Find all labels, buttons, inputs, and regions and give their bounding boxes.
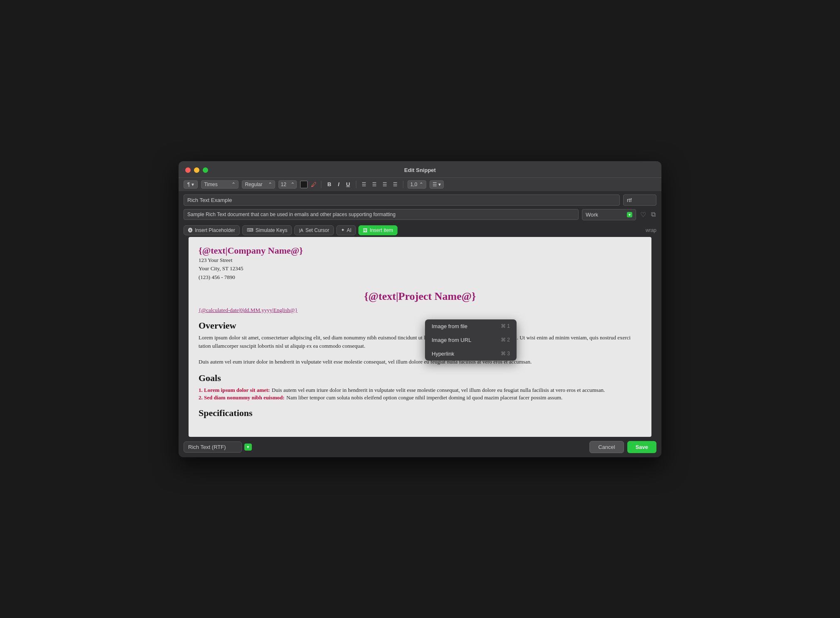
tag-dropdown-arrow[interactable]: ▾ — [627, 212, 632, 217]
align-left-button[interactable]: ☰ — [360, 181, 368, 188]
bold-button[interactable]: B — [326, 180, 333, 188]
address-line1: 123 Your Street — [199, 256, 641, 265]
format-select-wrap: Rich Text (RTF) ▾ — [184, 441, 252, 453]
description-input[interactable] — [184, 209, 579, 220]
content-area[interactable]: {@text|Company Name@} 123 Your Street Yo… — [189, 237, 651, 437]
traffic-lights — [185, 167, 208, 173]
toolbar-separator — [321, 181, 321, 188]
list-button[interactable]: ☰ ▾ — [430, 180, 444, 189]
italic-button[interactable]: I — [336, 180, 341, 188]
specs-heading: Specifications — [199, 408, 641, 419]
dropdown-item-hyperlink[interactable]: Hyperlink ⌘ 3 — [425, 347, 517, 361]
goal2-text: Nam liber tempor cum soluta nobis eleife… — [286, 394, 562, 401]
font-style-select[interactable]: Regular ⌃ — [242, 180, 275, 189]
abbreviation-input[interactable] — [623, 194, 656, 206]
cancel-button[interactable]: Cancel — [589, 441, 624, 453]
bottom-buttons: Cancel Save — [589, 441, 656, 453]
insert-item-button[interactable]: 🖼 Insert item — [358, 225, 398, 235]
insert-item-dropdown: Image from file ⌘ 1 Image from URL ⌘ 2 H… — [425, 319, 517, 361]
keyboard-icon: ⌨ — [247, 227, 253, 233]
address-line3: (123) 456 - 7890 — [199, 273, 641, 282]
chevron-down-icon: ⌃ — [231, 182, 236, 187]
font-size-label: 12 — [281, 182, 286, 187]
goal2-label: 2. Sed diam nonummy nibh euismod: — [199, 394, 285, 401]
fullscreen-button[interactable] — [203, 167, 208, 173]
goal1-label: 1. Lorem ipsum dolor sit amet: — [199, 387, 270, 393]
goals-heading: Goals — [199, 373, 641, 384]
cursor-icon: |A — [299, 228, 303, 233]
paragraph-style-btn[interactable]: ¶ ▾ — [184, 180, 198, 189]
formatting-toolbar: ¶ ▾ Times ⌃ Regular ⌃ 12 ⌃ 🖊 B I U ☰ ☰ ☰… — [179, 177, 661, 191]
format-select[interactable]: Rich Text (RTF) — [184, 441, 242, 453]
goal1-text: Duis autem vel eum iriure dolor in hendr… — [272, 387, 605, 393]
paragraph-icon: ¶ — [187, 182, 190, 187]
dropdown-item-image-file[interactable]: Image from file ⌘ 1 — [425, 319, 517, 333]
close-button[interactable] — [185, 167, 191, 173]
bottom-bar: Rich Text (RTF) ▾ Cancel Save — [179, 437, 661, 457]
minimize-button[interactable] — [194, 167, 199, 173]
chevron-down-icon: ⌃ — [291, 182, 295, 187]
insert-placeholder-button[interactable]: 🅐 Insert Placeholder — [184, 225, 240, 235]
font-family-label: Times — [204, 182, 217, 187]
project-name-placeholder: {@text|Project Name@} — [199, 290, 641, 303]
format-label: Rich Text (RTF) — [188, 444, 226, 450]
chevron-down-icon: ⌃ — [419, 182, 423, 187]
overview-heading: Overview — [199, 320, 641, 331]
chevron-down-icon: ▾ — [438, 182, 441, 187]
dropdown-item-label: Hyperlink — [432, 351, 454, 357]
align-justify-button[interactable]: ☰ — [392, 181, 399, 188]
line-spacing-select[interactable]: 1,0 ⌃ — [408, 180, 426, 189]
toolbar-separator3 — [403, 181, 403, 188]
list-icon: ☰ — [432, 182, 437, 187]
copy-icon[interactable]: ⧉ — [650, 210, 656, 219]
chevron-down-icon: ⌃ — [268, 182, 272, 187]
eyedropper-icon[interactable]: 🖊 — [311, 181, 317, 188]
image-icon: 🖼 — [363, 228, 368, 233]
underline-button[interactable]: U — [344, 180, 351, 188]
meta-name-row — [179, 191, 661, 209]
tag-dropdown[interactable]: Work ▾ — [582, 209, 636, 220]
text-color-swatch[interactable] — [300, 181, 308, 188]
overview-text2: Duis autem vel eum iriure dolor in hendr… — [199, 358, 641, 366]
font-family-select[interactable]: Times ⌃ — [201, 180, 239, 189]
window-title: Edit Snippet — [404, 167, 436, 173]
ai-icon: ✦ — [341, 227, 345, 233]
insert-placeholder-icon: 🅐 — [188, 228, 193, 233]
favorite-icon[interactable]: ♡ — [639, 210, 647, 219]
company-placeholder: {@text|Company Name@} — [199, 245, 641, 256]
snippet-name-input[interactable] — [184, 194, 620, 206]
align-right-button[interactable]: ☰ — [381, 181, 388, 188]
ai-button[interactable]: ✦ AI — [336, 225, 356, 235]
dropdown-item-label: Image from file — [432, 323, 467, 329]
tag-label: Work — [586, 212, 598, 218]
overview-text: Lorem ipsum dolor sit amet, consectetuer… — [199, 334, 641, 350]
dropdown-item-image-url[interactable]: Image from URL ⌘ 2 — [425, 333, 517, 347]
titlebar: Edit Snippet — [179, 161, 661, 177]
main-window: Edit Snippet ¶ ▾ Times ⌃ Regular ⌃ 12 ⌃ … — [179, 161, 661, 457]
date-placeholder: {@calculated-date|0|dd.MM.yyyy|English@} — [199, 307, 641, 314]
action-bar: 🅐 Insert Placeholder ⌨ Simulate Keys |A … — [179, 224, 661, 237]
toolbar-separator2 — [356, 181, 356, 188]
format-dropdown-arrow[interactable]: ▾ — [244, 444, 252, 451]
wrap-label: wrap — [646, 227, 656, 233]
set-cursor-button[interactable]: |A Set Cursor — [294, 225, 334, 235]
font-style-label: Regular — [245, 182, 262, 187]
font-size-select[interactable]: 12 ⌃ — [278, 180, 297, 189]
dropdown-item-label: Image from URL — [432, 337, 471, 343]
save-button[interactable]: Save — [627, 441, 656, 453]
goal1: 1. Lorem ipsum dolor sit amet: Duis aute… — [199, 386, 641, 394]
simulate-keys-button[interactable]: ⌨ Simulate Keys — [242, 225, 292, 235]
address-line2: Your City, ST 12345 — [199, 264, 641, 273]
goal2: 2. Sed diam nonummy nibh euismod: Nam li… — [199, 394, 641, 401]
shortcut-1: ⌘ 1 — [501, 323, 510, 329]
line-spacing-label: 1,0 — [410, 182, 418, 187]
shortcut-2: ⌘ 2 — [501, 337, 510, 343]
description-row: Work ▾ ♡ ⧉ — [179, 209, 661, 224]
align-center-button[interactable]: ☰ — [371, 181, 378, 188]
shortcut-3: ⌘ 3 — [501, 351, 510, 356]
chevron-down-icon: ▾ — [191, 182, 194, 187]
